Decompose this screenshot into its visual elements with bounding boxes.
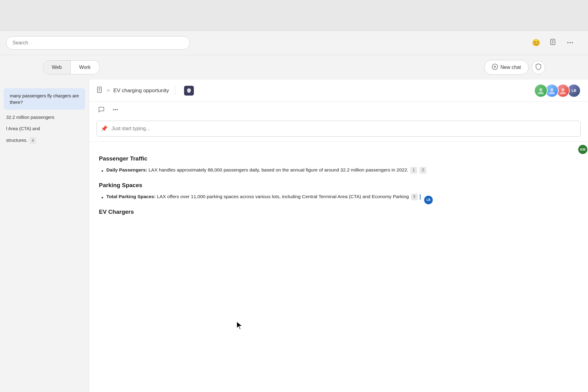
chat-tools-row — [89, 102, 588, 116]
favorites-button[interactable] — [548, 37, 559, 48]
svg-point-16 — [117, 109, 118, 110]
svg-point-15 — [115, 109, 116, 110]
citation-4[interactable]: 4 — [29, 137, 36, 144]
content-body: KM Passenger Traffic • Daily Passengers:… — [89, 142, 588, 392]
tab-row: Web Work New chat — [0, 55, 588, 80]
section1-bullet1-text: Daily Passengers: LAX handles approximat… — [106, 166, 578, 174]
address-bar-row: 😊 ··· — [0, 31, 588, 55]
km-initials: KM — [580, 148, 585, 151]
breadcrumb-title: EV charging opportunity — [113, 88, 169, 94]
sidebar-stat-3: structures. 4 — [0, 135, 89, 146]
citation-2[interactable]: 2 — [420, 167, 426, 174]
address-bar-icons: 😊 ··· — [530, 37, 582, 48]
section1-bullet1: • Daily Passengers: LAX handles approxim… — [99, 166, 578, 176]
emoji-button[interactable]: 😊 — [530, 37, 541, 48]
section2-bullet1-text: Total Parking Spaces: LAX offers over 11… — [106, 193, 578, 201]
tab-work[interactable]: Work — [71, 61, 99, 74]
left-sidebar: many passengers fly chargers are there? … — [0, 80, 89, 392]
search-input[interactable] — [6, 36, 190, 50]
dots-menu-button[interactable] — [111, 105, 120, 115]
header-divider — [175, 86, 175, 95]
chat-header: > EV charging opportunity — [89, 80, 588, 102]
chat-input-area: 📌 — [89, 116, 588, 142]
lb-avatar-badge[interactable]: LB — [424, 196, 433, 204]
sidebar-chat-item[interactable]: many passengers fly chargers are there? — [4, 88, 85, 110]
chat-shield-badge — [184, 86, 194, 96]
bullet-dot-1: • — [101, 167, 103, 176]
chat-bubble-button[interactable] — [96, 105, 106, 115]
citation-3[interactable]: 3 — [411, 194, 418, 200]
svg-point-12 — [550, 88, 553, 91]
tab-web[interactable]: Web — [43, 61, 71, 74]
lb-initials: LB — [426, 198, 430, 202]
chat-panel: > EV charging opportunity — [89, 80, 588, 392]
breadcrumb-arrow: > — [107, 88, 110, 93]
shield-icon — [535, 63, 541, 72]
section2-bullet1: • Total Parking Spaces: LAX offers over … — [99, 193, 578, 202]
section2-bullet1-body: LAX offers over 11,000 parking spaces ac… — [157, 194, 409, 199]
emoji-icon: 😊 — [532, 39, 540, 47]
tab-buttons-group: Web Work — [43, 60, 100, 74]
new-chat-icon — [492, 64, 498, 71]
main-content: many passengers fly chargers are there? … — [0, 80, 588, 392]
shield-button[interactable] — [532, 61, 545, 74]
section1-bullet1-body: LAX handles approximately 88,000 passeng… — [149, 167, 408, 172]
svg-point-14 — [113, 109, 114, 110]
km-avatar-badge[interactable]: KM — [578, 145, 587, 154]
sidebar-chat-text: many passengers fly chargers are there? — [10, 93, 79, 105]
new-chat-button[interactable]: New chat — [484, 60, 529, 75]
section3-heading: EV Chargers — [99, 209, 578, 215]
section1-heading: Passenger Traffic — [99, 155, 578, 162]
avatar-group: LB — [534, 84, 581, 97]
more-button[interactable]: ··· — [565, 37, 576, 48]
sidebar-stat-text-2: l Area (CTA) and — [6, 126, 40, 131]
more-icon: ··· — [567, 39, 573, 47]
new-chat-label: New chat — [500, 65, 521, 70]
section2-heading: Parking Spaces — [99, 182, 578, 189]
svg-point-13 — [561, 88, 564, 91]
input-wrapper: 📌 — [96, 121, 581, 137]
sidebar-stat-2: l Area (CTA) and — [0, 123, 89, 134]
avatar-1[interactable] — [534, 84, 548, 97]
section1-bullet1-label: Daily Passengers: — [106, 167, 147, 172]
svg-point-11 — [539, 88, 542, 91]
doc-icon — [96, 86, 103, 95]
sidebar-stat-text-3: structures. — [6, 138, 28, 143]
sidebar-stat-1: 32.2 million passengers — [0, 112, 89, 122]
chat-input[interactable] — [96, 121, 581, 137]
browser-bar — [0, 0, 588, 31]
favorites-icon — [550, 39, 556, 47]
mouse-cursor — [236, 321, 243, 331]
citation-1[interactable]: 1 — [410, 167, 417, 174]
bullet-dot-2: • — [101, 194, 103, 202]
section2-bullet1-label: Total Parking Spaces: — [106, 194, 156, 199]
search-input-wrapper — [6, 36, 190, 50]
text-cursor — [420, 194, 420, 200]
sidebar-stat-text-1: 32.2 million passengers — [6, 115, 55, 120]
pin-icon: 📌 — [101, 125, 107, 132]
